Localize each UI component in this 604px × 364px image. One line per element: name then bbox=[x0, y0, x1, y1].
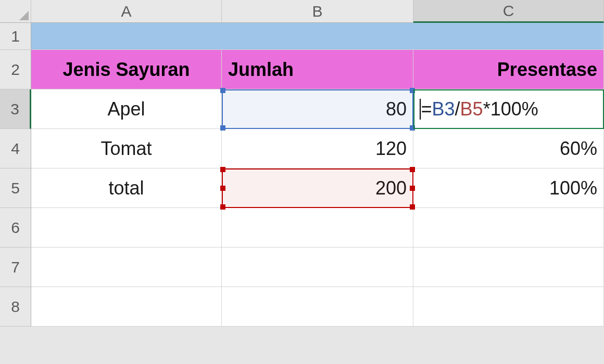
cell-A3[interactable]: Apel bbox=[31, 89, 222, 129]
cell-C3-formula-editing[interactable]: =B3/B5*100% bbox=[413, 89, 604, 129]
column-header-row: A B C bbox=[0, 0, 604, 23]
column-header-A[interactable]: A bbox=[31, 0, 222, 23]
formula-ref-B5: B5 bbox=[460, 98, 483, 120]
cell-A7[interactable] bbox=[31, 248, 222, 287]
formula-slash: / bbox=[455, 98, 460, 120]
row-5: total 200 100% bbox=[31, 168, 604, 208]
cell-B5[interactable]: 200 bbox=[222, 168, 413, 208]
cell-C4[interactable]: 60% bbox=[413, 129, 604, 168]
text-cursor-icon bbox=[420, 99, 421, 120]
header-presentase[interactable]: Presentase bbox=[413, 50, 604, 89]
cell-A8[interactable] bbox=[31, 287, 222, 327]
cell-B6[interactable] bbox=[222, 208, 413, 248]
row-header-7[interactable]: 7 bbox=[0, 248, 31, 287]
row-header-6[interactable]: 6 bbox=[0, 208, 31, 248]
formula-eq: = bbox=[421, 98, 432, 120]
header-jumlah[interactable]: Jumlah bbox=[222, 50, 413, 89]
row-8 bbox=[31, 287, 604, 327]
formula-tail: *100% bbox=[483, 98, 538, 120]
header-jenis-sayuran[interactable]: Jenis Sayuran bbox=[31, 50, 222, 89]
cell-A1-merged[interactable] bbox=[31, 23, 604, 50]
row-header-1[interactable]: 1 bbox=[0, 23, 31, 50]
cell-grid: Jenis Sayuran Jumlah Presentase Apel 80 … bbox=[31, 23, 604, 327]
row-7 bbox=[31, 248, 604, 287]
row-header-3[interactable]: 3 bbox=[0, 89, 31, 129]
row-header-8[interactable]: 8 bbox=[0, 287, 31, 327]
row-header-4[interactable]: 4 bbox=[0, 129, 31, 168]
cell-B7[interactable] bbox=[222, 248, 413, 287]
row-1 bbox=[31, 23, 604, 50]
cell-C7[interactable] bbox=[413, 248, 604, 287]
cell-C6[interactable] bbox=[413, 208, 604, 248]
row-6 bbox=[31, 208, 604, 248]
spreadsheet: A B C 1 2 3 4 5 6 7 8 Jenis Sayuran Juml… bbox=[0, 0, 604, 364]
row-header-5[interactable]: 5 bbox=[0, 168, 31, 208]
cell-B4[interactable]: 120 bbox=[222, 129, 413, 168]
cell-A5[interactable]: total bbox=[31, 168, 222, 208]
row-header-2[interactable]: 2 bbox=[0, 50, 31, 89]
row-4: Tomat 120 60% bbox=[31, 129, 604, 168]
column-header-B[interactable]: B bbox=[222, 0, 413, 23]
row-header-strip: 1 2 3 4 5 6 7 8 bbox=[0, 23, 31, 327]
cell-B3[interactable]: 80 bbox=[222, 89, 413, 129]
row-3: Apel 80 =B3/B5*100% bbox=[31, 89, 604, 129]
cell-C5[interactable]: 100% bbox=[413, 168, 604, 208]
select-all-triangle[interactable] bbox=[0, 0, 31, 23]
cell-A4[interactable]: Tomat bbox=[31, 129, 222, 168]
cell-A6[interactable] bbox=[31, 208, 222, 248]
cell-C8[interactable] bbox=[413, 287, 604, 327]
cell-B8[interactable] bbox=[222, 287, 413, 327]
formula-ref-B3: B3 bbox=[432, 98, 455, 120]
column-header-C[interactable]: C bbox=[413, 0, 604, 23]
row-2: Jenis Sayuran Jumlah Presentase bbox=[31, 50, 604, 89]
